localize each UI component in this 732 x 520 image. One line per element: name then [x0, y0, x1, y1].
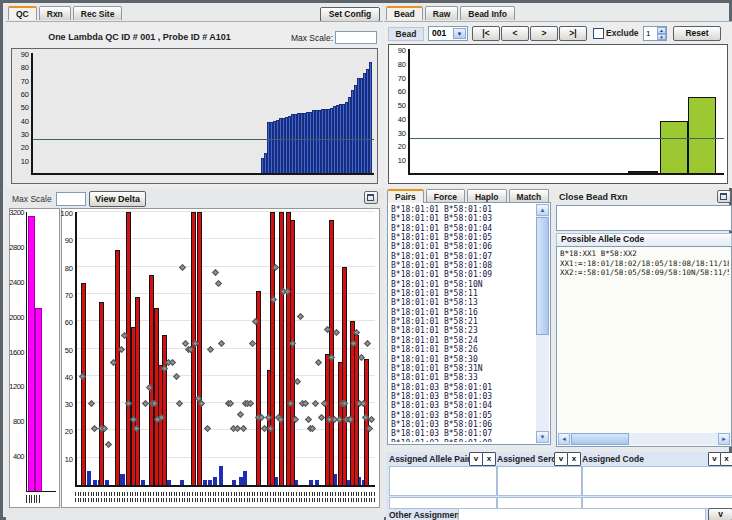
- pair-row[interactable]: B*18:01:01 B*58:24: [391, 336, 535, 345]
- bead-prev-button[interactable]: <: [501, 26, 529, 41]
- y-tick-label: 30: [398, 129, 406, 138]
- exclude-spinner-value: 1: [646, 29, 650, 38]
- tab-pairs[interactable]: Pairs: [387, 189, 424, 203]
- pair-row[interactable]: B*18:01:01 B*58:23: [391, 326, 535, 335]
- mfi-bar: [35, 308, 42, 491]
- restore-window-icon[interactable]: [717, 190, 731, 203]
- pair-row[interactable]: B*18:01:01 B*58:31N: [391, 364, 535, 373]
- pair-row[interactable]: B*18:01:03 B*58:01:08: [391, 439, 535, 442]
- y-tick-label: 10: [21, 157, 29, 166]
- pair-row[interactable]: B*18:01:01 B*58:30: [391, 355, 535, 364]
- pair-row[interactable]: B*18:01:01 B*58:01:05: [391, 233, 535, 242]
- pairs-scrollbar[interactable]: ▲ ▼: [536, 204, 549, 443]
- pair-row[interactable]: B*18:01:01 B*58:21: [391, 317, 535, 326]
- pair-row[interactable]: B*18:01:01 B*58:10N: [391, 280, 535, 289]
- set-config-button[interactable]: Set Config: [320, 7, 380, 22]
- bead-label: Bead: [388, 27, 424, 41]
- bead-number-value: 001: [432, 28, 446, 38]
- assigned-code-box[interactable]: [582, 466, 732, 496]
- delta-panel: Max Scale View Delta 3200280024002000160…: [6, 189, 384, 520]
- bead-number-combo[interactable]: 001 ▼: [428, 26, 468, 41]
- scroll-up-icon[interactable]: ▲: [536, 204, 549, 216]
- y-tick-label: 40: [65, 373, 73, 382]
- chevron-down-icon[interactable]: ▼: [453, 28, 466, 39]
- pair-row[interactable]: B*18:01:03 B*58:01:05: [391, 411, 535, 420]
- qc-tabs: QCRxnRec Site: [8, 6, 124, 21]
- y-tick-label: 10: [65, 455, 73, 464]
- y-tick-label: 60: [398, 87, 406, 96]
- delta-blue-bar: [243, 471, 247, 485]
- assign-code-clear-button[interactable]: x: [720, 452, 732, 466]
- bead-first-button[interactable]: |<: [472, 26, 500, 41]
- y-tick-label: 1600: [9, 348, 24, 357]
- delta-diamond-marker: [240, 425, 247, 432]
- tab-bead-info[interactable]: Bead Info: [460, 6, 515, 20]
- assign-pairs-clear-button[interactable]: x: [482, 452, 496, 466]
- view-delta-button[interactable]: View Delta: [89, 191, 146, 207]
- tab-raw[interactable]: Raw: [425, 6, 458, 20]
- assign-pairs-confirm-button[interactable]: v: [469, 452, 483, 466]
- bead-next-button[interactable]: >: [530, 26, 558, 41]
- delta-diamond-marker: [297, 313, 304, 320]
- restore-window-icon[interactable]: [364, 191, 378, 204]
- qc-max-scale-input[interactable]: [335, 31, 377, 44]
- delta-max-scale-input[interactable]: [56, 192, 86, 206]
- delta-red-bar: [329, 220, 334, 485]
- scroll-down-icon[interactable]: ▼: [536, 431, 549, 443]
- tab-force[interactable]: Force: [426, 189, 465, 203]
- pair-row[interactable]: B*18:01:03 B*58:01:06: [391, 420, 535, 429]
- pair-row[interactable]: B*18:01:01 B*58:01:01: [391, 205, 535, 214]
- pair-row[interactable]: B*18:01:01 B*58:01:06: [391, 242, 535, 251]
- tab-rxn[interactable]: Rxn: [39, 6, 71, 20]
- scroll-left-icon[interactable]: ◄: [558, 433, 570, 445]
- assigned-allele-pairs-box[interactable]: [389, 466, 497, 496]
- other-assignment-dropdown-button[interactable]: v: [708, 508, 732, 520]
- scroll-right-icon[interactable]: ►: [718, 433, 730, 445]
- pair-row[interactable]: B*18:01:01 B*58:01:08: [391, 261, 535, 270]
- scroll-thumb[interactable]: [536, 217, 549, 335]
- tab-match[interactable]: Match: [509, 189, 550, 203]
- y-tick-label: 10: [398, 156, 406, 165]
- reset-button[interactable]: Reset: [673, 26, 721, 41]
- bead-last-button[interactable]: >|: [559, 26, 587, 41]
- y-tick-label: 400: [13, 452, 24, 461]
- delta-diamond-marker: [212, 269, 219, 276]
- other-assignment-input[interactable]: [458, 508, 706, 520]
- assigned-sero-box[interactable]: [497, 466, 582, 496]
- pair-row[interactable]: B*18:01:03 B*58:01:01: [391, 383, 535, 392]
- exclude-checkbox[interactable]: [593, 28, 604, 39]
- tab-bead[interactable]: Bead: [386, 6, 423, 20]
- assign-sero-confirm-button[interactable]: v: [554, 452, 568, 466]
- y-tick-label: 20: [398, 142, 406, 151]
- pair-row[interactable]: B*18:01:01 B*58:11: [391, 289, 535, 298]
- pair-row[interactable]: B*18:01:01 B*58:01:03: [391, 214, 535, 223]
- tab-qc[interactable]: QC: [8, 6, 37, 20]
- pair-row[interactable]: B*18:01:01 B*58:01:04: [391, 224, 535, 233]
- scroll-thumb[interactable]: [571, 433, 629, 445]
- pair-row[interactable]: B*18:01:01 B*58:01:07: [391, 252, 535, 261]
- delta-red-bar: [279, 212, 284, 485]
- tab-haplo[interactable]: Haplo: [467, 189, 507, 203]
- pair-row[interactable]: B*18:01:03 B*58:01:03: [391, 392, 535, 401]
- delta-red-bar: [364, 359, 369, 485]
- pair-row[interactable]: B*18:01:01 B*58:16: [391, 308, 535, 317]
- pair-row[interactable]: B*18:01:01 B*58:26: [391, 345, 535, 354]
- delta-blue-bar: [167, 480, 171, 485]
- delta-red-bar: [270, 212, 275, 485]
- pair-row[interactable]: B*18:01:03 B*58:01:04: [391, 401, 535, 410]
- exclude-spinner[interactable]: 1 ▲▼: [643, 26, 667, 41]
- pair-row[interactable]: B*18:01:01 B*58:33: [391, 373, 535, 382]
- mfi-plot: [26, 212, 56, 492]
- qc-panel-body: One Lambda QC ID # 001 , Probe ID # A101…: [6, 21, 383, 188]
- y-tick-label: 2000: [9, 313, 24, 322]
- pair-row[interactable]: B*18:01:01 B*58:13: [391, 298, 535, 307]
- bead-tabs: BeadRawBead Info: [386, 6, 517, 21]
- spinner-arrows-icon[interactable]: ▲▼: [657, 27, 666, 40]
- pair-row[interactable]: B*18:01:03 B*58:01:07: [391, 429, 535, 438]
- y-tick-label: 90: [398, 46, 406, 55]
- pair-row[interactable]: B*18:01:01 B*58:01:09: [391, 270, 535, 279]
- tab-rec-site[interactable]: Rec Site: [73, 6, 123, 20]
- assign-sero-clear-button[interactable]: x: [567, 452, 581, 466]
- allele-code-hscrollbar[interactable]: ◄ ►: [558, 433, 730, 445]
- qc-ylabels: 908070605040302010: [13, 53, 30, 175]
